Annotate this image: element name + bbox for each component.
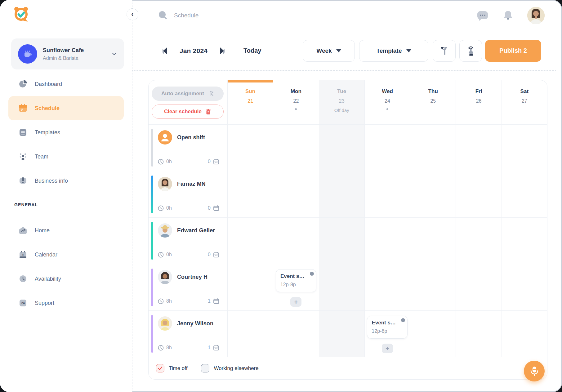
day-date: 23 (339, 98, 345, 104)
shift-cell-tue[interactable] (319, 125, 364, 171)
member-cell[interactable]: Edward Geller 0h 0 (149, 218, 227, 264)
shift-cell-fri[interactable] (456, 171, 501, 217)
day-header-wed[interactable]: Wed 24 (364, 80, 410, 124)
member-cell[interactable]: Farnaz MN 0h 0 (149, 171, 227, 217)
working-elsewhere-checkbox[interactable] (201, 364, 209, 372)
sidebar-item-schedule[interactable]: Schedule (8, 96, 124, 120)
add-shift-button[interactable]: + (290, 297, 301, 307)
shift-cell-sat[interactable] (502, 218, 547, 264)
sidebar-collapse-button[interactable]: ‹ (127, 8, 138, 20)
publish-button[interactable]: Publish 2 (485, 40, 541, 62)
shift-cell-tue[interactable] (319, 264, 364, 310)
shift-cell-wed[interactable] (364, 125, 410, 171)
shift-cell-mon[interactable] (273, 218, 319, 264)
filter-button[interactable] (433, 40, 456, 62)
member-name: Courtney H (177, 274, 207, 280)
sidebar-item-availability[interactable]: Availability (8, 267, 124, 291)
member-avatar (158, 270, 172, 284)
event-card[interactable]: Event s… 12p-8p (367, 316, 408, 339)
shift-cell-tue[interactable] (319, 311, 364, 357)
clock-icon (158, 345, 164, 351)
shift-cell-sat[interactable] (502, 125, 547, 171)
time-off-checkbox[interactable] (156, 364, 164, 372)
shift-cell-sat[interactable] (502, 171, 547, 217)
calendar-icon (213, 205, 219, 211)
sidebar-item-calendar[interactable]: 8 Calendar (8, 243, 124, 267)
member-cell[interactable]: Open shift 0h 0 (149, 125, 227, 171)
shift-cell-wed[interactable] (364, 171, 410, 217)
chevron-down-icon (406, 49, 411, 52)
shift-cell-sat[interactable] (502, 264, 547, 310)
calendar-icon (18, 103, 28, 113)
sidebar-item-business-info[interactable]: Business info (8, 169, 124, 193)
shift-cell-tue[interactable] (319, 218, 364, 264)
sidebar-item-team[interactable]: Team (8, 145, 124, 169)
day-header-thu[interactable]: Thu 25 (410, 80, 456, 124)
shift-cell-fri[interactable] (456, 264, 501, 310)
add-shift-button[interactable]: + (382, 344, 393, 353)
search-icon[interactable] (157, 9, 169, 22)
tap-gesture-button[interactable] (459, 40, 482, 62)
sidebar-item-support[interactable]: 24 Support (8, 291, 124, 315)
sidebar-item-label: Home (35, 227, 50, 234)
shift-cell-wed[interactable] (364, 218, 410, 264)
shift-cell-thu[interactable] (410, 171, 456, 217)
member-days-count: 0 (208, 252, 211, 257)
member-cell[interactable]: Courtney H 8h 1 (149, 264, 227, 310)
shift-cell-thu[interactable] (410, 311, 456, 357)
app-logo-icon (12, 6, 30, 24)
shift-cell-sun[interactable] (227, 218, 273, 264)
shift-cell-fri[interactable] (456, 218, 501, 264)
calendar-icon (213, 298, 219, 304)
shift-cell-mon[interactable] (273, 125, 319, 171)
shift-cell-sun[interactable] (227, 264, 273, 310)
shift-cell-mon[interactable]: Event s… 12p-8p + (273, 264, 319, 310)
sidebar-item-home[interactable]: Home (8, 218, 124, 243)
legend-label: Time off (169, 365, 187, 372)
shift-cell-sat[interactable] (502, 311, 547, 357)
open-shift-avatar (158, 130, 172, 145)
day-header-tue[interactable]: Tue 23 Off day (319, 80, 364, 124)
workspace-selector[interactable]: Sunflower Cafe Admin & Barista (11, 38, 124, 69)
member-avatar (158, 177, 172, 191)
shift-cell-thu[interactable] (410, 264, 456, 310)
day-header-fri[interactable]: Fri 26 (456, 80, 501, 124)
sidebar-item-dashboard[interactable]: Dashboard (8, 72, 124, 96)
pie-chart-icon (18, 79, 28, 89)
schedule-toolbar: Jan 2024 Today Week Template (132, 31, 556, 71)
shift-cell-mon[interactable] (273, 311, 319, 357)
chat-icon[interactable] (476, 9, 489, 22)
microphone-icon (530, 366, 539, 376)
shift-cell-thu[interactable] (410, 218, 456, 264)
shift-cell-sun[interactable] (227, 311, 273, 357)
clear-schedule-button[interactable]: Clear schedule (152, 105, 224, 119)
bell-icon[interactable] (502, 9, 514, 22)
shift-cell-sun[interactable] (227, 125, 273, 171)
prev-week-button[interactable] (160, 46, 170, 56)
sidebar-item-templates[interactable]: Templates (8, 120, 124, 145)
day-header-mon[interactable]: Mon 22 (273, 80, 319, 124)
view-select-button[interactable]: Week (303, 40, 355, 62)
sidebar-item-label: Calendar (35, 252, 57, 258)
member-cell[interactable]: Jenny Wilson 8h 1 (149, 311, 227, 357)
next-week-button[interactable] (217, 46, 227, 56)
auto-assignment-button[interactable]: Auto assignment (152, 87, 224, 101)
tap-gesture-icon (466, 46, 475, 56)
sidebar-item-label: Availability (35, 276, 61, 282)
shift-cell-wed[interactable]: Event s… 12p-8p + (364, 311, 410, 357)
shift-cell-tue[interactable] (319, 171, 364, 217)
today-button[interactable]: Today (243, 47, 261, 54)
shift-cell-sun[interactable] (227, 171, 273, 217)
day-header-sun[interactable]: Sun 21 (227, 80, 273, 124)
shift-cell-thu[interactable] (410, 125, 456, 171)
shift-cell-fri[interactable] (456, 311, 501, 357)
user-avatar[interactable] (527, 7, 545, 24)
shift-cell-mon[interactable] (273, 171, 319, 217)
day-header-sat[interactable]: Sat 27 (502, 80, 547, 124)
voice-assistant-button[interactable] (524, 361, 545, 381)
event-card[interactable]: Event s… 12p-8p (276, 269, 316, 292)
member-days-count: 1 (208, 298, 211, 304)
template-select-button[interactable]: Template (359, 40, 428, 62)
shift-cell-fri[interactable] (456, 125, 501, 171)
shift-cell-wed[interactable] (364, 264, 410, 310)
